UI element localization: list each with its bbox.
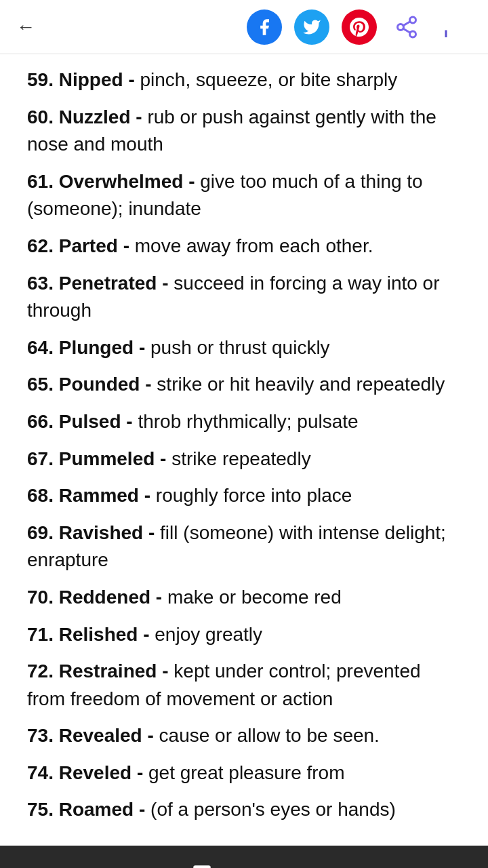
definition: make or become red — [167, 587, 342, 608]
list-item: 66. Pulsed - throb rhythmically; pulsate — [27, 408, 461, 436]
term: 67. Pummeled — [27, 448, 155, 469]
term: 66. Pulsed — [27, 411, 121, 432]
term: 63. Penetrated — [27, 273, 157, 294]
pinterest-button[interactable] — [342, 9, 377, 45]
svg-line-4 — [403, 21, 410, 25]
facebook-icon — [255, 18, 274, 37]
definition: pinch, squeeze, or bite sharply — [140, 69, 397, 90]
facebook-button[interactable] — [247, 9, 282, 45]
list-item: 64. Plunged - push or thrust quickly — [27, 334, 461, 362]
definition: strike repeatedly — [171, 448, 310, 469]
term: 60. Nuzzled — [27, 106, 130, 127]
term: 59. Nipped — [27, 69, 123, 90]
twitter-button[interactable] — [294, 9, 329, 45]
list-item: 63. Penetrated - succeed in forcing a wa… — [27, 270, 461, 325]
definition: get great pleasure from — [148, 762, 345, 783]
definition: move away from each other. — [135, 235, 373, 256]
list-item: 62. Parted - move away from each other. — [27, 233, 461, 260]
term: 72. Restrained — [27, 660, 157, 682]
term: 74. Reveled — [27, 762, 131, 783]
list-item: 73. Revealed - cause or allow to be seen… — [27, 722, 461, 750]
term: 61. Overwhelmed — [27, 171, 183, 192]
term: 71. Relished — [27, 624, 138, 645]
list-item: 67. Pummeled - strike repeatedly — [27, 446, 461, 473]
list-item: 70. Reddened - make or become red — [27, 584, 461, 612]
pinterest-icon — [350, 18, 369, 37]
comment-icon — [190, 863, 214, 868]
social-icons-group — [247, 9, 472, 45]
flag-icon — [442, 15, 466, 39]
list-item: 69. Ravished - fill (someone) with inten… — [27, 519, 461, 574]
list-item: 59. Nipped - pinch, squeeze, or bite sha… — [27, 66, 461, 94]
list-item: 68. Rammed - roughly force into place — [27, 482, 461, 510]
list-item: 71. Relished - enjoy greatly — [27, 621, 461, 649]
definition: throb rhythmically; pulsate — [138, 411, 358, 432]
term: 65. Pounded — [27, 374, 140, 395]
top-nav-bar: ← — [0, 0, 488, 54]
list-item: 60. Nuzzled - rub or push against gently… — [27, 104, 461, 159]
comment-bar[interactable]: Comment — [0, 846, 488, 868]
definition: strike or hit heavily and repeatedly — [157, 374, 445, 395]
term: 62. Parted — [27, 235, 118, 256]
term: 70. Reddened — [27, 587, 150, 608]
definition: enjoy greatly — [155, 624, 262, 645]
term: 73. Revealed — [27, 725, 142, 746]
list-item: 74. Reveled - get great pleasure from — [27, 760, 461, 787]
list-item: 65. Pounded - strike or hit heavily and … — [27, 371, 461, 399]
term: 75. Roamed — [27, 799, 134, 820]
content-area: 59. Nipped - pinch, squeeze, or bite sha… — [0, 54, 488, 846]
flag-button[interactable] — [436, 9, 472, 45]
back-button[interactable]: ← — [16, 16, 35, 38]
entries-list: 59. Nipped - pinch, squeeze, or bite sha… — [27, 66, 461, 824]
definition: (of a person's eyes or hands) — [150, 799, 396, 820]
svg-line-3 — [403, 28, 410, 33]
share-icon — [394, 15, 419, 39]
comment-label: Comment — [222, 866, 298, 868]
term: 64. Plunged — [27, 337, 134, 358]
list-item: 72. Restrained - kept under control; pre… — [27, 658, 461, 713]
definition: cause or allow to be seen. — [159, 725, 380, 746]
definition: push or thrust quickly — [150, 337, 330, 358]
list-item: 75. Roamed - (of a person's eyes or hand… — [27, 796, 461, 824]
share-button[interactable] — [389, 9, 424, 45]
term: 68. Rammed — [27, 485, 139, 506]
list-item: 61. Overwhelmed - give too much of a thi… — [27, 168, 461, 223]
term: 69. Ravished — [27, 522, 143, 543]
definition: roughly force into place — [156, 485, 352, 506]
twitter-icon — [302, 18, 321, 37]
